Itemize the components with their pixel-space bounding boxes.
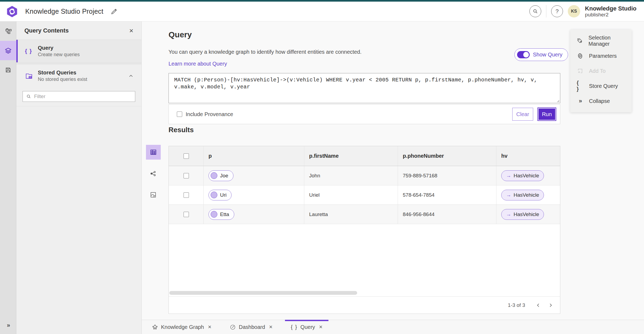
column-header[interactable]: hv — [496, 146, 561, 166]
user-name: Knowledge Studio — [585, 5, 636, 12]
node-pill[interactable]: Joe — [208, 170, 233, 181]
braces-icon: { } — [25, 48, 38, 54]
results-table: p p.firstName p.phoneNumber hv Joe John … — [169, 146, 560, 314]
panel-item-label: Query — [38, 45, 80, 51]
table-header-row: p p.firstName p.phoneNumber hv — [169, 146, 560, 166]
tab-close-icon[interactable]: × — [269, 324, 273, 331]
relationship-pill[interactable]: →HasVehicle — [501, 190, 544, 200]
pagination-next-button[interactable] — [546, 300, 556, 310]
avatar-initials: KS — [571, 9, 577, 14]
include-provenance-checkbox[interactable] — [177, 112, 182, 117]
panel-header: Query Contents × — [16, 21, 141, 40]
tab-label: Dashboard — [239, 324, 265, 330]
query-action-bar: Include Provenance Clear Run — [169, 104, 560, 124]
table-row[interactable]: Joe John 759-889-57168 →HasVehicle — [169, 166, 560, 185]
save-icon — [5, 67, 12, 73]
rail-item-layers[interactable] — [0, 41, 16, 60]
selection-manager-icon — [577, 38, 583, 44]
hierarchy-icon — [5, 28, 12, 35]
rail-item-save[interactable] — [0, 60, 16, 80]
learn-more-link[interactable]: Learn more about Query — [169, 61, 227, 67]
relationship-pill[interactable]: →HasVehicle — [501, 209, 544, 220]
help-button[interactable]: ? — [551, 5, 563, 17]
header-divider — [546, 5, 546, 17]
arrow-right-icon: → — [506, 173, 511, 179]
rail-item-data-model[interactable] — [0, 21, 16, 41]
query-editor[interactable]: MATCH (p:Person)-[hv:HasVehicle]->(v:Veh… — [169, 73, 560, 103]
rail-expand-button[interactable]: » — [0, 319, 16, 332]
bottom-tab-bar: Knowledge Graph × Dashboard × { } Query … — [142, 320, 644, 334]
tab-dashboard[interactable]: Dashboard × — [224, 320, 279, 334]
help-icon: ? — [555, 8, 559, 15]
node-pill[interactable]: Uri — [208, 190, 232, 200]
filter-section — [16, 87, 141, 106]
horizontal-scrollbar — [169, 290, 560, 296]
select-all-checkbox[interactable] — [184, 153, 189, 159]
relationship-pill[interactable]: →HasVehicle — [501, 170, 544, 181]
panel-title: Query Contents — [24, 27, 69, 34]
appbar-right-cluster: ? KS Knowledge Studio publisher2 — [529, 5, 636, 18]
menu-item-store-query[interactable]: { } Store Query — [570, 78, 632, 94]
cell-first-name: Uriel — [309, 192, 320, 198]
tab-query[interactable]: { } Query × — [285, 320, 328, 334]
row-checkbox[interactable] — [184, 192, 189, 198]
pagination-prev-button[interactable] — [533, 300, 543, 310]
table-empty-area — [169, 224, 560, 290]
tab-knowledge-graph[interactable]: Knowledge Graph × — [146, 320, 217, 334]
add-to-icon — [577, 68, 584, 74]
panel-item-sublabel: Create new queries — [38, 52, 80, 58]
view-graph-button[interactable] — [146, 166, 161, 181]
include-provenance-label: Include Provenance — [186, 111, 233, 117]
run-button[interactable]: Run — [538, 108, 556, 120]
page-title: Query — [169, 30, 192, 39]
panel-close-icon[interactable]: × — [129, 27, 133, 34]
panel-section-gap — [16, 63, 141, 64]
user-info: Knowledge Studio publisher2 — [585, 5, 636, 18]
search-button[interactable] — [529, 5, 541, 17]
panel-item-query[interactable]: { } Query Create new queries — [16, 40, 141, 63]
node-dot-icon — [211, 192, 217, 198]
menu-item-selection-manager[interactable]: Selection Manager — [570, 33, 632, 48]
menu-item-collapse[interactable]: » Collapse — [570, 94, 632, 109]
scrollbar-thumb[interactable] — [169, 291, 357, 295]
tab-label: Query — [301, 324, 315, 330]
tab-close-icon[interactable]: × — [319, 324, 323, 331]
filter-field — [23, 91, 135, 102]
clear-button[interactable]: Clear — [512, 108, 533, 121]
pagination-label: 1-3 of 3 — [508, 302, 525, 308]
column-header[interactable]: p.firstName — [304, 146, 398, 166]
page-description: You can query a knowledge graph to ident… — [169, 49, 361, 55]
resize-grip-icon[interactable] — [556, 99, 559, 102]
tab-close-icon[interactable]: × — [208, 324, 211, 331]
tab-label: Knowledge Graph — [161, 324, 204, 330]
row-checkbox[interactable] — [184, 173, 189, 178]
column-header[interactable]: p.phoneNumber — [398, 146, 496, 166]
cell-first-name: Lauretta — [309, 211, 328, 217]
chevron-up-icon[interactable] — [128, 73, 134, 79]
double-chevron-icon: » — [7, 322, 9, 329]
table-row[interactable]: Etta Lauretta 846-956-8644 →HasVehicle — [169, 205, 560, 224]
query-text: MATCH (p:Person)-[hv:HasVehicle]->(v:Veh… — [174, 77, 555, 91]
double-chevron-icon: » — [577, 98, 584, 105]
show-query-label: Show Query — [533, 52, 562, 58]
main-content: Query You can query a knowledge graph to… — [142, 21, 644, 334]
view-map-button[interactable] — [146, 187, 161, 202]
node-pill[interactable]: Etta — [208, 209, 234, 220]
gauge-icon — [230, 324, 236, 330]
view-table-button[interactable] — [146, 145, 161, 160]
table-row[interactable]: Uri Uriel 578-654-7854 →HasVehicle — [169, 185, 560, 205]
map-icon — [150, 191, 157, 198]
edit-title-icon[interactable] — [110, 8, 118, 15]
toggle-switch-on[interactable] — [517, 51, 530, 58]
menu-item-parameters[interactable]: Parameters — [570, 48, 632, 63]
chevron-right-icon — [548, 302, 554, 308]
panel-item-label: Stored Queries — [38, 70, 87, 76]
panel-item-stored-queries[interactable]: Stored Queries No stored queries exist — [16, 64, 141, 87]
app-logo-icon — [6, 5, 18, 18]
row-checkbox[interactable] — [184, 212, 189, 217]
show-query-toggle[interactable]: Show Query — [514, 48, 568, 61]
table-icon — [150, 149, 157, 156]
filter-input[interactable] — [34, 94, 132, 99]
avatar[interactable]: KS — [568, 5, 580, 17]
column-header[interactable]: p — [204, 146, 304, 166]
